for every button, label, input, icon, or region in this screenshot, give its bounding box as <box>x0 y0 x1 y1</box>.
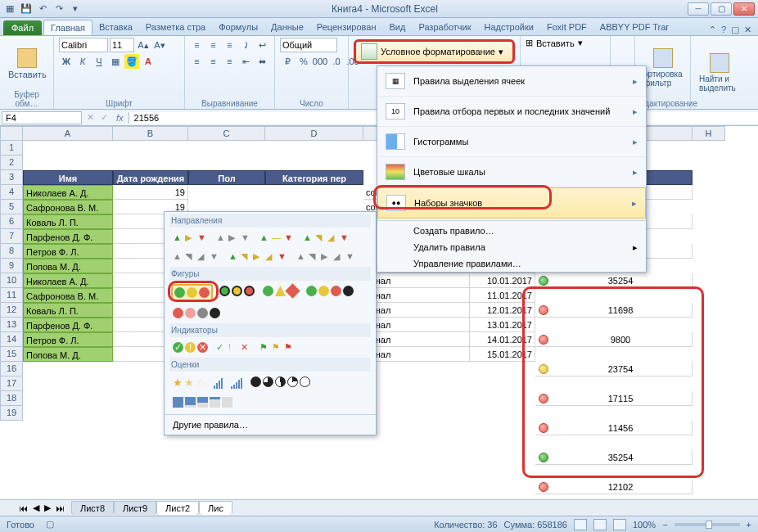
iconset-arrows-4-gray[interactable]: ▲◥◢▼ <box>171 250 222 264</box>
sheet-tab[interactable]: Лист9 <box>114 501 156 515</box>
ribbon-tab-5[interactable]: Рецензирован <box>310 20 383 35</box>
view-break-icon[interactable] <box>613 519 626 530</box>
cell[interactable]: 17115 <box>535 391 693 406</box>
cell[interactable]: сонал <box>363 318 470 332</box>
row-header[interactable]: 7 <box>0 229 23 244</box>
cell[interactable]: Парфенов Д. Ф. <box>23 229 113 244</box>
iconset-traffic-4[interactable] <box>305 284 355 301</box>
cf-icon-sets[interactable]: ●●Наборы значков▸ <box>377 187 646 219</box>
grow-font-icon[interactable]: A▴ <box>136 38 151 52</box>
file-tab[interactable]: Файл <box>3 20 42 35</box>
row-header[interactable]: 14 <box>0 332 23 347</box>
cell[interactable]: Коваль Л. П. <box>23 214 113 229</box>
iconset-ratings-4[interactable] <box>212 375 224 390</box>
row-header[interactable]: 19 <box>0 406 23 421</box>
number-format-select[interactable] <box>280 38 337 52</box>
cell[interactable]: сонал <box>363 347 470 362</box>
align-center-icon[interactable]: ≡ <box>206 54 221 69</box>
ribbon-tab-0[interactable]: Главная <box>43 20 92 35</box>
inc-decimal-icon[interactable]: .0 <box>329 54 344 69</box>
minimize-ribbon-icon[interactable]: ⌃ <box>709 25 716 35</box>
row-header[interactable]: 10 <box>0 273 23 288</box>
sheet-tab[interactable]: Лист2 <box>156 501 199 515</box>
ribbon-tab-4[interactable]: Данные <box>264 20 310 35</box>
indent-dec-icon[interactable]: ⇤ <box>239 54 254 69</box>
row-header[interactable]: 1 <box>0 141 23 156</box>
iconset-arrows-5[interactable]: ▲◥▶◢▼ <box>227 250 290 264</box>
cf-manage-rules[interactable]: Управление правилами… <box>377 255 646 272</box>
cf-data-bars[interactable]: Гистограммы▸ <box>377 127 646 157</box>
row-header[interactable]: 8 <box>0 244 23 259</box>
align-bot-icon[interactable]: ≡ <box>223 38 237 52</box>
cancel-formula-icon[interactable]: ✕ <box>83 112 97 123</box>
fill-color-button[interactable]: 🪣 <box>124 54 139 69</box>
cell[interactable]: 15.01.2017 <box>470 347 535 362</box>
iconset-signs-3[interactable] <box>261 284 300 301</box>
accept-formula-icon[interactable]: ✓ <box>97 112 111 123</box>
cell[interactable]: 11456 <box>535 421 693 435</box>
cell[interactable]: Николаев А. Д. <box>23 185 113 200</box>
cell[interactable]: Петров Ф. Л. <box>23 332 113 347</box>
row-header[interactable]: 15 <box>0 347 23 362</box>
ribbon-tab-9[interactable]: Foxit PDF <box>540 20 593 35</box>
iconset-traffic-3[interactable] <box>171 284 213 301</box>
ribbon-tab-1[interactable]: Вставка <box>92 20 139 35</box>
tab-nav-next-icon[interactable]: ▶ <box>42 503 53 513</box>
cell[interactable]: 35254 <box>535 450 693 465</box>
cell[interactable]: Дата рождения <box>113 170 188 185</box>
cell[interactable]: сонал <box>363 303 470 318</box>
iconset-symbols-3[interactable]: ✓!✕ <box>171 340 210 354</box>
iconset-arrows-5-gray[interactable]: ▲◥▶◢▼ <box>295 250 358 264</box>
help-icon[interactable]: ? <box>721 25 726 35</box>
zoom-out-icon[interactable]: − <box>662 520 667 530</box>
font-color-button[interactable]: A <box>141 54 156 69</box>
col-header-B[interactable]: B <box>113 126 188 141</box>
italic-button[interactable]: К <box>75 54 90 69</box>
gallery-more-rules[interactable]: Другие правила… <box>165 414 376 435</box>
tab-nav-last-icon[interactable]: ⏭ <box>53 503 71 513</box>
font-size-select[interactable] <box>110 38 134 52</box>
ribbon-tab-3[interactable]: Формулы <box>212 20 264 35</box>
cf-clear-rules[interactable]: Удалить правила ▸ <box>377 239 646 255</box>
iconset-symbols-3-uncircled[interactable]: ✓!✕ <box>214 340 253 354</box>
shrink-font-icon[interactable]: A▾ <box>152 38 167 52</box>
iconset-flags-3[interactable]: ⚑⚑⚑ <box>258 340 296 354</box>
paste-button[interactable]: Вставить <box>5 47 50 81</box>
cell[interactable]: 11698 <box>535 303 693 318</box>
cf-top-bottom-rules[interactable]: 10Правила отбора первых и последних знач… <box>377 97 646 127</box>
row-header[interactable]: 13 <box>0 318 23 332</box>
align-mid-icon[interactable]: ≡ <box>206 38 221 52</box>
ribbon-tab-2[interactable]: Разметка стра <box>139 20 212 35</box>
cell[interactable]: Петров Ф. Л. <box>23 244 113 259</box>
cell[interactable]: 12.01.2017 <box>470 303 535 318</box>
iconset-arrows-3-gray[interactable]: ▲▶▼ <box>214 231 253 245</box>
cell[interactable]: 11.01.2017 <box>470 288 535 303</box>
zoom-in-icon[interactable]: + <box>747 520 751 530</box>
row-header[interactable]: 17 <box>0 376 23 391</box>
row-header[interactable]: 18 <box>0 391 23 406</box>
cf-new-rule[interactable]: Создать правило… <box>377 223 646 239</box>
name-box[interactable]: F4 <box>2 111 82 124</box>
iconset-arrows-4[interactable]: ▲◥◢▼ <box>301 231 352 245</box>
view-layout-icon[interactable] <box>593 519 607 530</box>
cell[interactable]: сонал <box>363 332 470 347</box>
undo-icon[interactable]: ↶ <box>36 2 49 16</box>
redo-icon[interactable]: ↷ <box>52 2 65 16</box>
iconset-arrows-3[interactable]: ▲▶▼ <box>171 231 210 245</box>
iconset-ratings-5[interactable] <box>229 375 244 390</box>
cell[interactable]: 23754 <box>535 362 693 376</box>
cell[interactable]: 19 <box>113 185 188 200</box>
conditional-formatting-button[interactable]: Условное форматирование▾ <box>354 39 515 64</box>
app-close-icon[interactable]: ✕ <box>744 25 751 35</box>
percent-icon[interactable]: % <box>296 54 311 69</box>
view-normal-icon[interactable] <box>574 519 587 530</box>
cell[interactable]: сонал <box>363 273 470 288</box>
qat-more-icon[interactable]: ▾ <box>69 2 82 16</box>
cell[interactable]: Имя <box>23 170 113 185</box>
row-header[interactable]: 4 <box>0 185 23 200</box>
row-header[interactable]: 2 <box>0 156 23 170</box>
sheet-tab[interactable]: Лист8 <box>71 501 114 515</box>
cell[interactable]: 14.01.2017 <box>470 332 535 347</box>
iconset-boxes-5[interactable] <box>171 395 234 409</box>
tab-nav-prev-icon[interactable]: ◀ <box>30 503 42 513</box>
